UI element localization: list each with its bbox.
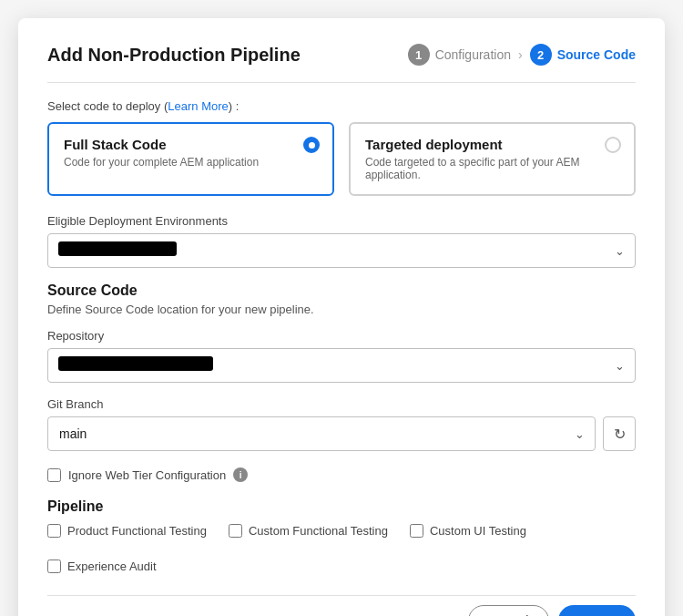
source-code-desc: Define Source Code location for your new…	[47, 303, 636, 316]
deployment-select-wrapper: ⌄	[47, 233, 636, 268]
step-arrow: ›	[518, 47, 523, 62]
code-selection-label: Select code to deploy (Learn More) :	[47, 99, 636, 113]
pipeline-check-custom-functional: Custom Functional Testing	[229, 524, 388, 538]
modal-title: Add Non-Production Pipeline	[47, 45, 301, 66]
custom-ui-checkbox[interactable]	[410, 524, 423, 538]
save-button[interactable]: Save	[558, 605, 636, 616]
refresh-button[interactable]: ↻	[603, 416, 636, 451]
pipeline-check-custom-ui: Custom UI Testing	[410, 524, 526, 538]
experience-audit-label[interactable]: Experience Audit	[67, 560, 157, 573]
source-code-section: Source Code Define Source Code location …	[47, 282, 636, 451]
pipeline-check-experience-audit: Experience Audit	[47, 560, 157, 573]
learn-more-link[interactable]: Learn More	[168, 99, 228, 113]
info-icon[interactable]: i	[233, 467, 248, 482]
pipeline-checks: Product Functional Testing Custom Functi…	[47, 524, 636, 573]
ignore-web-tier-checkbox[interactable]	[47, 468, 61, 482]
step-1: 1 Configuration	[408, 44, 511, 66]
deployment-select[interactable]	[47, 233, 636, 268]
custom-ui-label[interactable]: Custom UI Testing	[430, 524, 526, 538]
step-1-circle: 1	[408, 44, 430, 66]
full-stack-option[interactable]: Full Stack Code Code for your complete A…	[47, 122, 334, 196]
steps-indicator: 1 Configuration › 2 Source Code	[408, 44, 636, 66]
product-functional-label[interactable]: Product Functional Testing	[67, 524, 207, 538]
custom-functional-checkbox[interactable]	[229, 524, 242, 538]
git-branch-label: Git Branch	[47, 397, 636, 411]
deployment-label: Eligible Deployment Environments	[47, 214, 636, 228]
deployment-field: Eligible Deployment Environments ⌄	[47, 214, 636, 268]
header-divider	[47, 82, 636, 83]
full-stack-desc: Code for your complete AEM application	[64, 156, 318, 169]
targeted-option[interactable]: Targeted deployment Code targeted to a s…	[349, 122, 636, 196]
git-branch-select[interactable]: main	[47, 416, 596, 451]
full-stack-title: Full Stack Code	[64, 137, 318, 152]
git-branch-field: Git Branch main ⌄ ↻	[47, 397, 636, 451]
step-2-label: Source Code	[557, 47, 636, 62]
targeted-desc: Code targeted to a specific part of your…	[365, 156, 619, 181]
modal-footer: Cancel Save	[47, 595, 636, 616]
pipeline-section: Pipeline Product Functional Testing Cust…	[47, 498, 636, 573]
repository-field: Repository ⌄	[47, 329, 636, 383]
pipeline-check-product-functional: Product Functional Testing	[47, 524, 207, 538]
step-2: 2 Source Code	[530, 44, 636, 66]
targeted-title: Targeted deployment	[365, 137, 619, 152]
add-pipeline-modal: Add Non-Production Pipeline 1 Configurat…	[18, 18, 665, 616]
ignore-web-tier-row: Ignore Web Tier Configuration i	[47, 467, 636, 482]
git-branch-select-wrapper: main ⌄	[47, 416, 596, 451]
step-2-circle: 2	[530, 44, 552, 66]
modal-header: Add Non-Production Pipeline 1 Configurat…	[47, 44, 636, 66]
experience-audit-checkbox[interactable]	[47, 560, 61, 573]
repository-select-wrapper: ⌄	[47, 348, 636, 383]
ignore-web-tier-label[interactable]: Ignore Web Tier Configuration	[68, 468, 226, 482]
product-functional-checkbox[interactable]	[47, 524, 61, 538]
full-stack-radio	[303, 137, 320, 153]
git-branch-row: main ⌄ ↻	[47, 416, 636, 451]
repository-label: Repository	[47, 329, 636, 343]
cancel-button[interactable]: Cancel	[468, 605, 550, 616]
step-1-label: Configuration	[435, 47, 511, 62]
targeted-radio	[605, 137, 621, 153]
source-code-title: Source Code	[47, 282, 636, 299]
pipeline-title: Pipeline	[47, 498, 636, 515]
repository-select[interactable]	[47, 348, 636, 383]
code-options: Full Stack Code Code for your complete A…	[47, 122, 636, 196]
custom-functional-label[interactable]: Custom Functional Testing	[249, 524, 388, 538]
